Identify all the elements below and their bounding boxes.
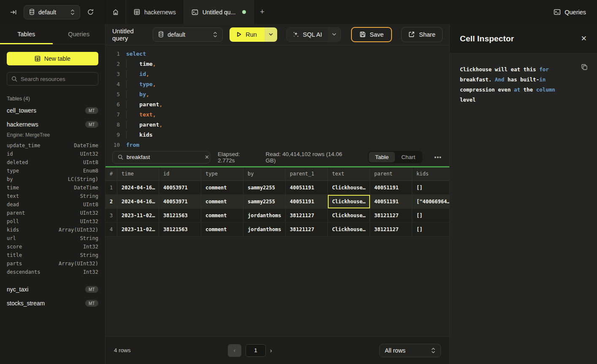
view-tab-chart[interactable]: Chart xyxy=(395,152,421,162)
close-icon[interactable]: ✕ xyxy=(581,34,587,43)
sql-ai-options-button[interactable] xyxy=(328,28,340,41)
table-column-row[interactable]: pollUInt32 xyxy=(7,217,98,226)
column-header[interactable]: text xyxy=(328,167,370,181)
editor-line[interactable]: 2 time, xyxy=(110,59,449,69)
column-header[interactable]: time xyxy=(117,167,159,181)
table-cell[interactable]: 2023-11-02… xyxy=(117,209,159,222)
table-cell[interactable]: 2 xyxy=(105,195,117,208)
table-cell[interactable]: comment xyxy=(201,181,243,194)
table-column-row[interactable]: update_timeDateTime xyxy=(7,141,98,150)
database-select-query[interactable]: default xyxy=(153,27,223,42)
table-cell[interactable]: 38121127 xyxy=(286,209,328,222)
search-input[interactable] xyxy=(21,76,94,82)
editor-line[interactable]: 1select xyxy=(110,49,449,59)
table-cell[interactable]: 40053971 xyxy=(159,181,201,194)
sql-editor[interactable]: 1select2 time,3 id,4 type,5 by,6 parent,… xyxy=(105,45,449,148)
table-column-row[interactable]: timeDateTime xyxy=(7,183,98,192)
table-cell[interactable]: [] xyxy=(412,209,449,222)
table-column-row[interactable]: textString xyxy=(7,192,98,200)
table-cell[interactable]: comment xyxy=(201,195,243,208)
table-cell[interactable]: sammy2255 xyxy=(243,181,286,194)
table-cell[interactable]: ["40066964… xyxy=(412,195,449,208)
table-cell[interactable]: 38121127 xyxy=(286,223,328,236)
database-select-top[interactable]: default xyxy=(24,5,80,19)
table-column-row[interactable]: descendantsInt32 xyxy=(7,268,98,276)
sidebar-search[interactable] xyxy=(7,72,98,86)
save-button[interactable]: Save xyxy=(351,27,392,42)
table-column-row[interactable]: urlString xyxy=(7,234,98,243)
table-column-row[interactable]: deadUInt8 xyxy=(7,200,98,209)
new-table-button[interactable]: New table xyxy=(7,52,98,65)
table-cell[interactable]: 38121563 xyxy=(159,223,201,236)
table-cell[interactable]: Clickhouse… xyxy=(328,181,370,194)
table-column-row[interactable]: scoreInt32 xyxy=(7,243,98,251)
tab-home[interactable] xyxy=(105,0,126,24)
editor-line[interactable]: 8 parent, xyxy=(110,119,449,129)
column-header[interactable]: kids xyxy=(412,167,449,181)
table-cell[interactable]: comment xyxy=(201,223,243,236)
tab-hackernews[interactable]: hackernews xyxy=(126,0,184,24)
table-column-row[interactable]: titleString xyxy=(7,251,98,259)
table-cell[interactable]: comment xyxy=(201,209,243,222)
table-column-row[interactable]: idUInt32 xyxy=(7,150,98,158)
results-filter-input[interactable] xyxy=(127,154,201,160)
page-number-input[interactable] xyxy=(246,344,266,357)
sidebar-tab-queries[interactable]: Queries xyxy=(53,24,105,44)
column-header[interactable]: by xyxy=(243,167,286,181)
column-header[interactable]: parent_1 xyxy=(286,167,328,181)
table-cell[interactable]: Clickhouse… xyxy=(328,209,370,222)
table-cell[interactable]: sammy2255 xyxy=(243,195,286,208)
refresh-button[interactable] xyxy=(86,8,95,16)
table-cell[interactable]: [] xyxy=(412,223,449,236)
table-column-row[interactable]: byLC(String) xyxy=(7,175,98,183)
editor-line[interactable]: 5 by, xyxy=(110,89,449,99)
editor-line[interactable]: 9 kids xyxy=(110,129,449,140)
share-button[interactable]: Share xyxy=(401,27,443,42)
table-list-item[interactable]: cell_towersMT xyxy=(7,103,98,117)
table-cell[interactable]: jordanthoms xyxy=(243,209,286,222)
copy-icon[interactable] xyxy=(581,64,588,70)
column-header[interactable]: id xyxy=(159,167,201,181)
run-button[interactable]: Run xyxy=(230,27,265,42)
table-cell[interactable]: Clickhouse… xyxy=(328,195,370,208)
table-cell[interactable]: 40051191 xyxy=(286,181,328,194)
table-column-row[interactable]: parentUInt32 xyxy=(7,209,98,217)
run-options-button[interactable] xyxy=(265,27,277,42)
table-cell[interactable]: 40053971 xyxy=(159,195,201,208)
tab-untitled-query[interactable]: Untitled qu... xyxy=(184,0,254,24)
table-cell[interactable]: 1 xyxy=(105,181,117,194)
previous-page-button[interactable]: ‹ xyxy=(228,344,241,357)
more-options-icon[interactable]: ••• xyxy=(434,154,442,161)
queries-button[interactable]: Queries xyxy=(554,8,586,16)
table-column-row[interactable]: typeEnum8 xyxy=(7,167,98,175)
sql-ai-button[interactable]: SQL AI xyxy=(287,31,328,38)
table-column-row[interactable]: kidsArray(UInt32) xyxy=(7,226,98,234)
editor-line[interactable]: 10from xyxy=(110,140,449,148)
table-cell[interactable]: 2024-04-16… xyxy=(117,181,159,194)
new-tab-button[interactable]: + xyxy=(254,0,270,24)
table-cell[interactable]: 38121127 xyxy=(370,223,412,236)
table-cell[interactable]: 38121127 xyxy=(370,209,412,222)
table-list-item[interactable]: stocks_streamMT xyxy=(7,296,98,310)
sidebar-tab-tables[interactable]: Tables xyxy=(0,24,53,44)
table-cell[interactable]: Clickhouse… xyxy=(328,223,370,236)
table-cell[interactable]: 38121563 xyxy=(159,209,201,222)
clear-filter-icon[interactable]: ✕ xyxy=(205,154,209,160)
editor-line[interactable]: 3 id, xyxy=(110,69,449,79)
table-cell[interactable]: [] xyxy=(412,181,449,194)
table-column-row[interactable]: deletedUInt8 xyxy=(7,158,98,167)
view-tab-table[interactable]: Table xyxy=(369,152,395,162)
column-header[interactable]: parent xyxy=(370,167,412,181)
column-header[interactable]: type xyxy=(201,167,243,181)
table-cell[interactable]: 40051191 xyxy=(370,181,412,194)
column-header[interactable]: # xyxy=(105,167,117,181)
table-cell[interactable]: 2023-11-02… xyxy=(117,223,159,236)
table-cell[interactable]: 2024-04-16… xyxy=(117,195,159,208)
results-filter[interactable]: ✕ xyxy=(112,151,210,164)
page-size-select[interactable]: All rows xyxy=(379,344,441,357)
collapse-sidebar-button[interactable] xyxy=(9,8,18,16)
next-page-button[interactable]: › xyxy=(270,347,272,354)
editor-line[interactable]: 7 text, xyxy=(110,109,449,119)
editor-line[interactable]: 6 parent, xyxy=(110,99,449,109)
table-list-item[interactable]: nyc_taxiMT xyxy=(7,282,98,296)
